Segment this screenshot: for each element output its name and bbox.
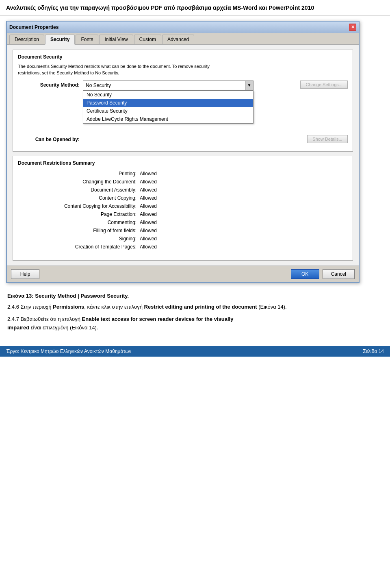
dropdown-menu: No Security Password Security Certificat… [83, 90, 254, 124]
title-bar-text: Document Properties [9, 24, 58, 30]
restrictions-section: Document Restrictions Summary Printing: … [13, 156, 353, 261]
dialog-content: Document Security The document's Securit… [7, 45, 359, 266]
dropdown-selected-text: No Security [83, 83, 245, 88]
show-details-button[interactable]: Show Details... [307, 135, 348, 143]
restriction-row-form-fields: Filling of form fields: Allowed [18, 228, 348, 233]
tab-advanced[interactable]: Advanced [162, 35, 194, 44]
security-method-label: Security Method: [18, 81, 83, 88]
footer-right: OK Cancel [291, 269, 355, 279]
dropdown-item-no-security[interactable]: No Security [83, 91, 253, 99]
tab-fonts[interactable]: Fonts [76, 35, 98, 44]
dropdown-item-certificate-security[interactable]: Certificate Security [83, 107, 253, 115]
restriction-row-page-extraction: Page Extraction: Allowed [18, 211, 348, 217]
tab-initial-view[interactable]: Initial View [99, 35, 133, 44]
can-be-opened-label: Can be Opened by: [18, 135, 83, 142]
security-method-control: No Security ▼ No Security Password Secur… [83, 81, 296, 90]
restriction-row-content-copying: Content Copying: Allowed [18, 195, 348, 201]
restriction-row-commenting: Commenting: Allowed [18, 220, 348, 225]
page-header: Αναλυτικές οδηγίες για την παραγωγή προσ… [0, 0, 390, 16]
restrictions-title: Document Restrictions Summary [18, 160, 348, 166]
tab-security[interactable]: Security [45, 35, 75, 45]
dialog-footer: Help OK Cancel [7, 266, 359, 282]
dropdown-container: No Security ▼ No Security Password Secur… [83, 81, 296, 90]
cancel-button[interactable]: Cancel [323, 269, 355, 279]
document-security-title: Document Security [18, 54, 348, 60]
help-button[interactable]: Help [11, 269, 39, 279]
paragraph-246: 2.4.6 Στην περιοχή Permissions, κάντε κλ… [7, 303, 383, 311]
document-security-section: Document Security The document's Securit… [13, 50, 353, 152]
page-footer: Έργο: Κεντρικό Μητρώο Ελληνικών Ανοικτών… [0, 346, 390, 357]
paragraph-247: 2.4.7 Βεβαιωθείτε ότι η επιλογή Enable t… [7, 315, 383, 332]
restriction-row-template-pages: Creation of Template Pages: Allowed [18, 244, 348, 250]
dialog-window: Document Properties ✕ Description Securi… [6, 21, 360, 283]
security-method-row: Security Method: No Security ▼ No [18, 81, 348, 90]
restrictions-table: Printing: Allowed Changing the Document:… [18, 171, 348, 250]
restriction-row-assembly: Document Assembly: Allowed [18, 187, 348, 193]
restriction-row-changing: Changing the Document: Allowed [18, 179, 348, 185]
can-be-opened-row: Can be Opened by: Show Details... [18, 135, 348, 143]
dialog-area: Document Properties ✕ Description Securi… [0, 16, 390, 287]
page-title: Αναλυτικές οδηγίες για την παραγωγή προσ… [6, 4, 384, 12]
dropdown-item-livecycle[interactable]: Adobe LiveCycle Rights Management [83, 115, 253, 123]
restriction-row-content-copying-accessibility: Content Copying for Accessibility: Allow… [18, 203, 348, 209]
security-side-buttons: Change Settings... [300, 81, 348, 89]
restriction-row-printing: Printing: Allowed [18, 171, 348, 176]
show-details-buttons: Show Details... [307, 135, 348, 143]
footer-left: Help [11, 269, 39, 279]
security-method-dropdown[interactable]: No Security ▼ [83, 81, 254, 90]
tab-bar: Description Security Fonts Initial View … [7, 33, 359, 45]
restriction-row-signing: Signing: Allowed [18, 236, 348, 242]
title-bar: Document Properties ✕ [7, 22, 359, 33]
footer-right-text: Σελίδα 14 [363, 348, 384, 354]
figure-caption: Εικόνα 13: Security Method | Password Se… [7, 293, 383, 299]
document-security-desc: The document's Security Method restricts… [18, 63, 348, 76]
close-button[interactable]: ✕ [349, 24, 356, 31]
body-text-area: Εικόνα 13: Security Method | Password Se… [0, 287, 390, 342]
footer-left-text: Έργο: Κεντρικό Μητρώο Ελληνικών Ανοικτών… [6, 348, 131, 354]
ok-button[interactable]: OK [291, 269, 319, 279]
dropdown-item-password-security[interactable]: Password Security [83, 99, 253, 107]
dropdown-arrow-icon: ▼ [245, 81, 253, 90]
tab-description[interactable]: Description [9, 35, 44, 44]
tab-custom[interactable]: Custom [134, 35, 161, 44]
change-settings-button[interactable]: Change Settings... [300, 81, 348, 89]
